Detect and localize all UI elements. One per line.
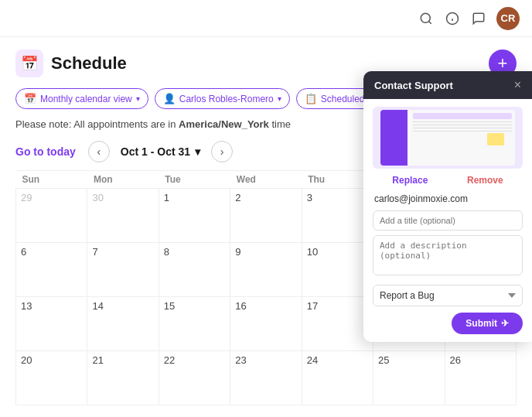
user-filter-chip[interactable]: 👤 Carlos Robles-Romero ▾ [155,88,290,109]
calendar-cell[interactable]: 17 [302,297,373,351]
schedule-title-area: 📅 Schedule [15,50,127,77]
calendar-cell[interactable]: 10 [302,243,373,297]
screenshot-line-4 [413,131,512,132]
modal-header: Contact Support × [363,71,532,99]
calendar-cell[interactable]: 1 [159,189,230,243]
search-icon[interactable] [418,10,435,27]
screenshot-content [410,110,515,166]
calendar-cell[interactable]: 21 [87,351,159,405]
prev-month-button[interactable]: ‹ [88,141,110,162]
view-filter-chip[interactable]: 📅 Monthly calendar view ▾ [15,88,148,109]
calendar-cell[interactable]: 29 [16,189,87,243]
calendar-cell[interactable]: 8 [159,243,230,297]
next-month-button[interactable]: › [211,141,233,162]
day-header-tue: Tue [159,171,230,189]
timezone-value: America/New_York [179,118,269,130]
page-title: Schedule [51,53,127,73]
calendar-cell[interactable]: 3 [302,189,373,243]
screenshot-inner [380,110,516,166]
svg-line-1 [428,21,431,23]
day-header-thu: Thu [302,171,373,189]
description-input[interactable] [373,235,523,275]
email-display: carlos@joinmoxie.com [373,193,523,204]
schedule-icon: 📅 [15,50,43,77]
calendar-cell[interactable]: 23 [230,351,302,405]
status-icon: 📋 [305,93,317,104]
svg-point-0 [421,13,430,22]
replace-button[interactable]: Replace [392,175,428,186]
submit-label: Submit [466,318,497,329]
replace-remove-row: Replace Remove [373,175,523,186]
calendar-cell[interactable]: 16 [230,297,302,351]
issue-type-dropdown[interactable]: Report a Bug Feature Request Question [373,285,523,306]
calendar-cell[interactable]: 30 [87,189,159,243]
day-header-wed: Wed [230,171,302,189]
submit-button[interactable]: Submit ✈ [452,313,523,334]
screenshot-highlight [487,133,504,145]
chevron-down-icon: ▾ [136,94,140,103]
calendar-cell[interactable]: 6 [16,243,87,297]
screenshot-bar-1 [413,113,512,119]
chat-icon[interactable] [470,10,487,27]
calendar-cell[interactable]: 13 [16,297,87,351]
send-icon: ✈ [501,318,509,329]
chevron-down-icon: ▾ [278,94,281,103]
title-input[interactable] [373,210,523,231]
view-filter-label: Monthly calendar view [40,94,132,104]
calendar-cell[interactable]: 25 [373,351,445,405]
user-filter-label: Carlos Robles-Romero [179,94,274,104]
modal-title: Contact Support [374,80,453,91]
calendar-cell[interactable]: 22 [159,351,230,405]
calendar-cell[interactable]: 14 [87,297,159,351]
submit-row: Submit ✈ [373,313,523,334]
calendar-week-row: 20212223242526 [16,351,517,405]
calendar-cell[interactable]: 2 [230,189,302,243]
calendar-cell[interactable]: 9 [230,243,302,297]
user-avatar[interactable]: CR [496,7,520,30]
user-icon: 👤 [163,93,176,104]
calendar-icon: 📅 [24,93,36,104]
day-header-sun: Sun [16,171,87,189]
calendar-cell[interactable]: 15 [159,297,230,351]
support-modal: Contact Support × [363,71,532,342]
top-nav: CR [0,0,532,37]
go-today-button[interactable]: Go to today [15,145,76,158]
calendar-cell[interactable]: 7 [87,243,159,297]
calendar-cell[interactable]: 26 [445,351,516,405]
modal-close-button[interactable]: × [514,79,521,91]
remove-button[interactable]: Remove [467,175,503,186]
screenshot-sidebar [380,110,408,166]
day-header-mon: Mon [87,171,159,189]
date-range-text: Oct 1 - Oct 31 [121,145,190,158]
chevron-down-icon: ▾ [195,145,200,158]
modal-body: Replace Remove carlos@joinmoxie.com Repo… [363,99,532,342]
screenshot-line-3 [413,128,512,128]
date-range-display[interactable]: Oct 1 - Oct 31 ▾ [110,142,211,161]
screenshot-line-1 [413,121,512,122]
calendar-cell[interactable]: 24 [302,351,373,405]
screenshot-preview [373,107,523,169]
info-icon[interactable] [444,10,461,27]
screenshot-line-2 [413,125,512,125]
calendar-cell[interactable]: 20 [16,351,87,405]
